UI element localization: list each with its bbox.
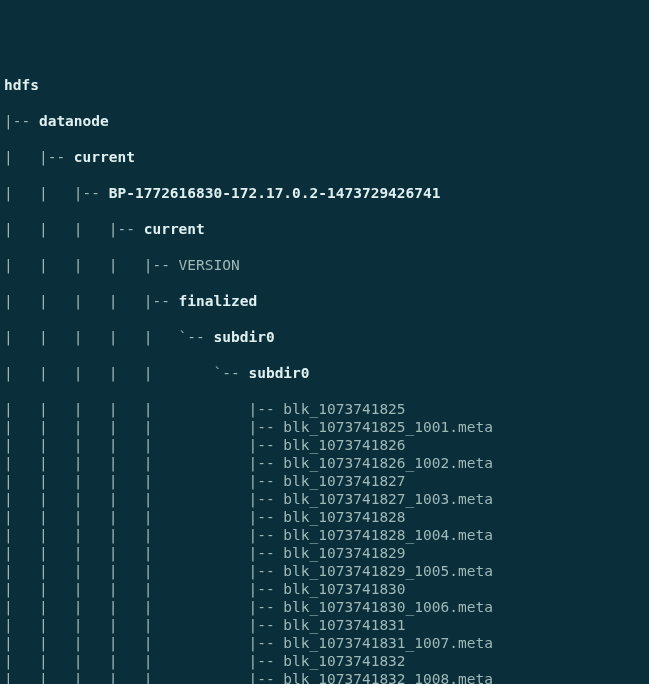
dir-bp: BP-1772616830-172.17.0.2-1473729426741	[109, 185, 441, 201]
file-blk: blk_1073741829_1005.meta	[283, 563, 493, 579]
file-blk: blk_1073741832_1008.meta	[283, 671, 493, 684]
dir-datanode: datanode	[39, 113, 109, 129]
dir-subdir0-a: subdir0	[214, 329, 275, 345]
file-blk: blk_1073741830_1006.meta	[283, 599, 493, 615]
dir-datanode-current: current	[74, 149, 135, 165]
file-blk: blk_1073741825	[283, 401, 405, 417]
file-blk: blk_1073741828	[283, 509, 405, 525]
file-blk: blk_1073741827	[283, 473, 405, 489]
file-blk: blk_1073741831	[283, 617, 405, 633]
file-blk: blk_1073741826_1002.meta	[283, 455, 493, 471]
file-blk: blk_1073741826	[283, 437, 405, 453]
root-dir: hdfs	[4, 77, 39, 93]
file-blk: blk_1073741828_1004.meta	[283, 527, 493, 543]
file-version: VERSION	[179, 257, 240, 273]
file-blk: blk_1073741829	[283, 545, 405, 561]
dir-bp-current: current	[144, 221, 205, 237]
file-blk: blk_1073741825_1001.meta	[283, 419, 493, 435]
file-blk: blk_1073741832	[283, 653, 405, 669]
file-blk: blk_1073741830	[283, 581, 405, 597]
dir-finalized: finalized	[179, 293, 258, 309]
file-blk: blk_1073741827_1003.meta	[283, 491, 493, 507]
dir-subdir0-b: subdir0	[248, 365, 309, 381]
file-blk: blk_1073741831_1007.meta	[283, 635, 493, 651]
